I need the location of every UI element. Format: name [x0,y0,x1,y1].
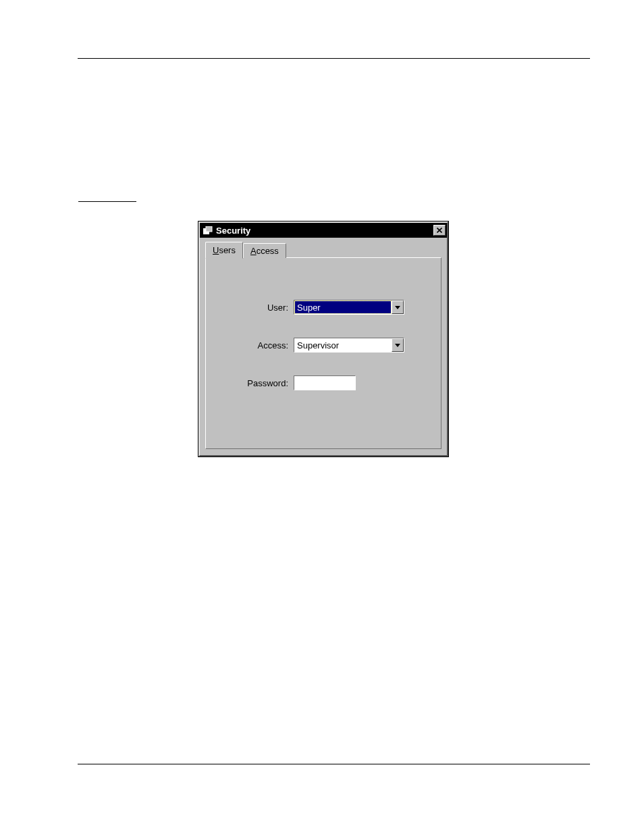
tab-users-accelerator: U [213,245,219,255]
tab-strip: Users Access [205,242,441,258]
password-label: Password: [240,378,288,388]
chevron-down-icon [395,344,400,347]
app-icon [203,225,213,236]
close-icon [437,228,442,233]
close-button[interactable] [433,225,446,236]
tab-users[interactable]: Users [205,242,243,259]
tab-access-accelerator: A [250,246,257,256]
svg-marker-5 [395,344,400,347]
access-combobox-button[interactable] [392,338,404,352]
user-combobox-button[interactable] [392,301,404,314]
access-combobox[interactable]: Supervisor [294,338,404,353]
dialog-client-area: Users Access User: Super Access: Supervi… [200,238,447,453]
user-label: User: [240,303,288,313]
tab-access[interactable]: Access [243,243,286,258]
user-combobox-value: Super [295,301,391,313]
user-combobox[interactable]: Super [294,300,404,315]
access-label: Access: [240,340,288,350]
section-underline [78,201,136,202]
page-top-rule [78,58,590,59]
dialog-titlebar[interactable]: Security [200,223,447,238]
dialog-title: Security [216,226,433,236]
svg-marker-4 [395,306,400,309]
tab-panel-users: User: Super Access: Supervisor [205,257,441,449]
tab-access-rest: ccess [257,246,279,256]
tab-users-rest: sers [219,245,236,255]
security-dialog: Security Users Access User: Super [198,221,448,457]
page-bottom-rule [78,764,590,764]
password-input[interactable] [294,375,356,390]
chevron-down-icon [395,306,400,309]
access-combobox-value: Supervisor [294,338,392,352]
svg-rect-1 [206,226,212,232]
